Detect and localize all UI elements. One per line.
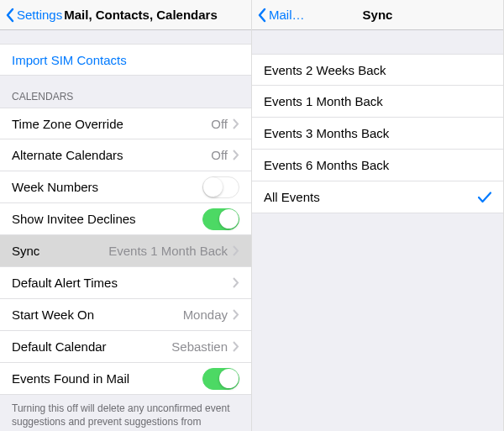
sync-option[interactable]: All Events <box>252 181 503 213</box>
chevron-right-icon <box>233 277 239 288</box>
back-button-settings[interactable]: Settings <box>0 7 62 24</box>
import-sim-contacts[interactable]: Import SIM Contacts <box>0 44 251 76</box>
navbar-left: Settings Mail, Contacts, Calendars <box>0 0 251 30</box>
sync-option-label: All Events <box>264 190 478 204</box>
checkmark-icon <box>478 192 491 203</box>
row-timezone-override[interactable]: Time Zone Override Off <box>0 108 251 139</box>
row-default-alert-times[interactable]: Default Alert Times <box>0 267 251 299</box>
chevron-right-icon <box>233 309 239 320</box>
sync-option[interactable]: Events 6 Months Back <box>252 150 503 181</box>
row-label: Alternate Calendars <box>12 148 211 162</box>
page-title-right: Sync <box>363 8 393 22</box>
switch-events-in-mail[interactable] <box>202 368 239 390</box>
content-left: Import SIM Contacts CALENDARS Time Zone … <box>0 30 251 431</box>
content-right: Events 2 Weeks BackEvents 1 Month BackEv… <box>252 30 503 431</box>
section-header-calendars: CALENDARS <box>0 76 251 108</box>
sync-option[interactable]: Events 2 Weeks Back <box>252 54 503 86</box>
row-show-invitee-declines[interactable]: Show Invitee Declines <box>0 203 251 235</box>
import-sim-label: Import SIM Contacts <box>12 53 239 67</box>
settings-panel-right: Mail… Sync Events 2 Weeks BackEvents 1 M… <box>252 0 504 431</box>
switch-invitee-declines[interactable] <box>202 208 239 230</box>
row-value: Events 1 Month Back <box>108 244 228 258</box>
row-label: Sync <box>12 244 108 258</box>
chevron-left-icon <box>3 7 17 24</box>
row-value: Sebastien <box>171 339 228 354</box>
sync-option-label: Events 2 Weeks Back <box>264 63 491 77</box>
chevron-right-icon <box>233 245 239 256</box>
row-value: Monday <box>183 307 228 322</box>
row-label: Default Alert Times <box>12 276 233 290</box>
settings-panel-left: Settings Mail, Contacts, Calendars Impor… <box>0 0 252 431</box>
row-label: Week Numbers <box>12 180 202 194</box>
row-label: Time Zone Override <box>12 117 211 131</box>
row-value: Off <box>211 117 228 131</box>
row-label: Show Invitee Declines <box>12 212 202 226</box>
row-default-calendar[interactable]: Default Calendar Sebastien <box>0 331 251 363</box>
chevron-right-icon <box>233 150 239 160</box>
back-label: Settings <box>17 8 62 22</box>
back-label: Mail… <box>269 8 305 22</box>
sync-option[interactable]: Events 1 Month Back <box>252 86 503 118</box>
row-week-numbers[interactable]: Week Numbers <box>0 171 251 203</box>
chevron-right-icon <box>233 341 239 352</box>
page-title-left: Mail, Contacts, Calendars <box>64 8 218 22</box>
row-label: Events Found in Mail <box>12 371 202 386</box>
sync-option-label: Events 6 Months Back <box>264 158 491 172</box>
row-events-found-in-mail[interactable]: Events Found in Mail <box>0 363 251 395</box>
sync-option-label: Events 1 Month Back <box>264 94 491 108</box>
row-sync[interactable]: Sync Events 1 Month Back <box>0 235 251 267</box>
navbar-right: Mail… Sync <box>252 0 503 30</box>
sync-option-label: Events 3 Months Back <box>264 126 491 140</box>
chevron-right-icon <box>233 118 239 129</box>
row-value: Off <box>211 148 228 162</box>
row-label: Default Calendar <box>12 339 171 354</box>
sync-option[interactable]: Events 3 Months Back <box>252 118 503 150</box>
row-alternate-calendars[interactable]: Alternate Calendars Off <box>0 139 251 171</box>
chevron-left-icon <box>255 7 269 24</box>
footer-note: Turning this off will delete any unconfi… <box>0 395 251 431</box>
row-label: Start Week On <box>12 307 183 322</box>
switch-week-numbers[interactable] <box>202 176 239 198</box>
back-button-mail[interactable]: Mail… <box>252 7 305 24</box>
row-start-week-on[interactable]: Start Week On Monday <box>0 299 251 331</box>
